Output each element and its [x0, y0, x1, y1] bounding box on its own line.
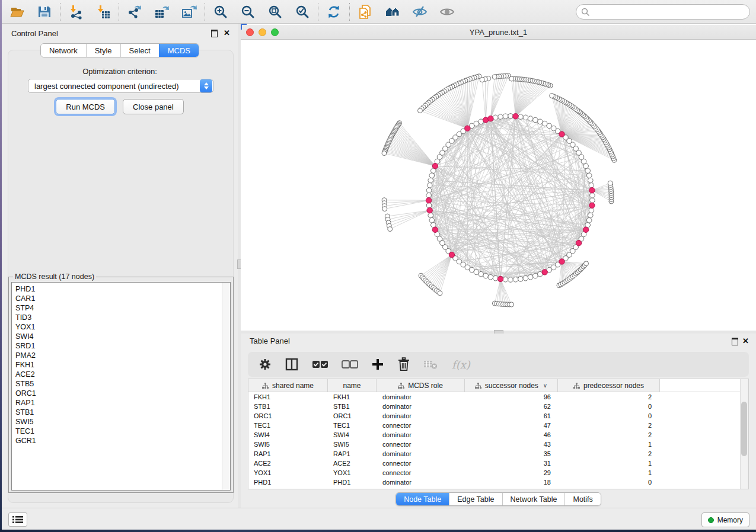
table-row[interactable]: SWI4SWI4dominator462	[248, 430, 748, 440]
table-scrollbar-thumb[interactable]	[741, 402, 747, 456]
float-panel-icon[interactable]	[211, 29, 218, 40]
mcds-result-item[interactable]: SWI5	[15, 417, 230, 427]
cell-predecessor-nodes: 2	[558, 431, 660, 438]
column-type-icon	[262, 383, 269, 389]
cell-name: ACE2	[328, 460, 377, 467]
mcds-result-item[interactable]: STP4	[15, 303, 230, 313]
show-tasks-button[interactable]	[8, 512, 27, 527]
mcds-result-item[interactable]: TID3	[15, 313, 230, 322]
first-neighbors-icon[interactable]	[385, 4, 400, 20]
mcds-result-item[interactable]: STB1	[15, 408, 230, 417]
delete-table-icon-disabled	[423, 359, 439, 370]
unselect-all-icon[interactable]	[342, 360, 358, 368]
export-image-icon[interactable]	[181, 4, 197, 20]
cell-predecessor-nodes: 1	[558, 469, 660, 476]
table-panel: Table Panel ✕	[241, 334, 756, 508]
zoom-fit-icon[interactable]	[267, 4, 283, 20]
control-panel-tabs: NetworkStyleSelectMCDS	[2, 43, 238, 57]
cell-mcds-role: dominator	[377, 450, 465, 457]
cell-predecessor-nodes: 0	[558, 479, 660, 486]
table-row[interactable]: ACE2ACE2connector311	[248, 459, 748, 468]
mcds-result-item[interactable]: PMA2	[15, 351, 230, 360]
close-table-panel-icon[interactable]: ✕	[742, 338, 749, 344]
zoom-out-icon[interactable]	[240, 4, 256, 20]
run-mcds-button[interactable]: Run MCDS	[56, 99, 115, 114]
mcds-result-item[interactable]: GCR1	[15, 436, 230, 446]
network-view-window: YPA_prune.txt_1	[241, 24, 756, 331]
table-row[interactable]: FKH1FKH1dominator962	[248, 392, 748, 402]
mcds-result-item[interactable]: SRD1	[15, 341, 230, 351]
cell-shared-name: TEC1	[248, 422, 328, 429]
tab-mcds[interactable]: MCDS	[159, 44, 199, 57]
mcds-result-item[interactable]: ORC1	[15, 389, 230, 398]
float-table-panel-icon[interactable]	[732, 337, 738, 348]
mcds-result-item[interactable]: FKH1	[15, 360, 230, 370]
mcds-result-item[interactable]: RAP1	[15, 398, 230, 408]
close-panel-icon[interactable]: ✕	[224, 30, 230, 36]
memory-button[interactable]: Memory	[701, 512, 749, 527]
mcds-result-item[interactable]: YOX1	[15, 322, 230, 332]
cell-shared-name: RAP1	[248, 450, 328, 457]
cell-successor-nodes: 62	[465, 403, 558, 410]
table-row[interactable]: ORC1ORC1dominator610	[248, 411, 748, 421]
search-input[interactable]	[592, 7, 749, 17]
sort-chevron-icon[interactable]: ∨	[543, 382, 547, 389]
show-columns-icon[interactable]	[285, 357, 299, 371]
mcds-result-item[interactable]: STB5	[15, 379, 230, 389]
export-table-icon[interactable]	[154, 4, 170, 20]
tab-network[interactable]: Network	[41, 44, 86, 57]
zoom-in-icon[interactable]	[213, 4, 228, 20]
open-session-icon[interactable]	[9, 4, 25, 20]
table-row[interactable]: YOX1YOX1connector291	[248, 468, 748, 477]
memory-button-label: Memory	[717, 516, 743, 524]
tab-motifs[interactable]: Motifs	[564, 493, 600, 505]
table-scrollbar[interactable]	[740, 379, 748, 489]
tab-network-table[interactable]: Network Table	[502, 493, 565, 505]
column-type-icon	[398, 383, 404, 389]
cell-name: FKH1	[328, 393, 377, 400]
hide-selected-icon[interactable]	[412, 4, 428, 20]
new-network-from-selection-icon[interactable]	[358, 4, 373, 20]
tab-edge-table[interactable]: Edge Table	[449, 493, 502, 505]
mcds-result-group: MCDS result (17 nodes) PHD1CAR1STP4TID3Y…	[8, 273, 234, 493]
table-row[interactable]: STB1STB1dominator620	[248, 402, 748, 411]
mcds-result-list[interactable]: PHD1CAR1STP4TID3YOX1SWI4SRD1PMA2FKH1ACE2…	[11, 282, 231, 491]
add-icon[interactable]	[371, 358, 384, 371]
tab-node-table[interactable]: Node Table	[396, 493, 449, 505]
search-field[interactable]	[576, 4, 750, 20]
mcds-result-item[interactable]: SWI4	[15, 332, 230, 341]
column-header-name[interactable]: name	[328, 379, 377, 392]
import-table-icon[interactable]	[95, 4, 111, 20]
node-table[interactable]: shared namenameMCDS rolesuccessor nodes∨…	[248, 379, 749, 489]
zoom-selected-icon[interactable]	[295, 4, 310, 20]
table-row[interactable]: TEC1TEC1connector472	[248, 421, 748, 430]
export-network-icon[interactable]	[127, 4, 142, 20]
save-session-icon[interactable]	[37, 4, 52, 20]
refresh-icon[interactable]	[326, 4, 342, 20]
close-panel-button[interactable]: Close panel	[123, 99, 184, 114]
mcds-result-item[interactable]: ACE2	[15, 370, 230, 379]
mcds-result-item[interactable]: TEC1	[15, 427, 230, 436]
import-network-icon[interactable]	[68, 4, 84, 20]
tab-select[interactable]: Select	[120, 44, 159, 57]
table-row[interactable]: RAP1RAP1dominator352	[248, 449, 748, 459]
network-graph[interactable]	[241, 40, 756, 331]
column-header-successor-nodes[interactable]: successor nodes∨	[465, 379, 558, 392]
column-header-predecessor-nodes[interactable]: predecessor nodes	[558, 379, 660, 392]
column-header-mcds-role[interactable]: MCDS role	[377, 379, 465, 392]
column-header-shared-name[interactable]: shared name	[248, 379, 328, 392]
table-row[interactable]: SWI5SWI5connector431	[248, 440, 748, 449]
select-all-icon[interactable]	[312, 360, 328, 368]
network-canvas[interactable]	[241, 40, 756, 331]
cell-name: TEC1	[328, 422, 377, 429]
show-all-icon[interactable]	[439, 4, 455, 20]
criterion-dropdown[interactable]: largest connected component (undirected)	[28, 79, 213, 93]
gear-icon[interactable]	[259, 358, 272, 371]
mcds-result-item[interactable]: PHD1	[15, 284, 230, 294]
mcds-result-item[interactable]: CAR1	[15, 294, 230, 303]
tab-style[interactable]: Style	[86, 44, 120, 57]
table-row[interactable]: PHD1PHD1dominator180	[248, 477, 748, 487]
network-window-titlebar[interactable]: YPA_prune.txt_1	[241, 25, 756, 40]
delete-icon[interactable]	[397, 357, 410, 371]
mcds-list-scrollbar[interactable]	[222, 283, 230, 490]
